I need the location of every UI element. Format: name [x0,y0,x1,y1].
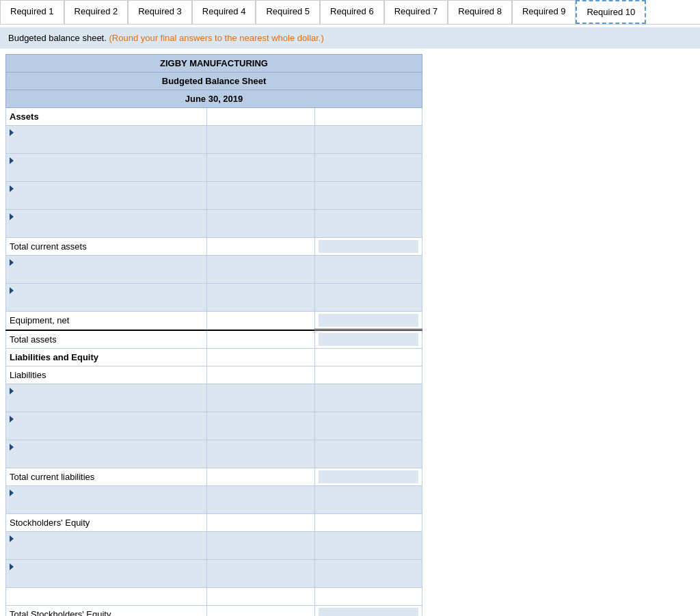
table-title: Budgeted Balance Sheet [6,72,422,90]
asset-label-1[interactable] [10,138,203,151]
longterm-liability-total[interactable] [319,494,418,507]
tab-required-5[interactable]: Required 5 [256,0,320,24]
tabs-container: Required 1 Required 2 Required 3 Require… [0,0,700,25]
stockholders-equity-label: Stockholders' Equity [6,514,207,532]
liability-label-2[interactable] [10,425,203,438]
equity-row-3 [6,588,422,606]
equipment-net-value[interactable] [319,314,418,327]
arrow-icon-7 [10,388,14,394]
total-current-assets-value[interactable] [319,240,418,253]
equity-amount-1[interactable] [211,539,310,552]
arrow-icon-10 [10,490,14,496]
total-current-liabilities-row: Total current liabilities [6,468,422,486]
arrow-icon-3 [10,185,14,192]
total-current-assets-row: Total current assets [6,238,422,256]
noncurrent-asset-amount-1[interactable] [211,263,310,276]
liabilities-equity-section: Liabilities and Equity [6,349,422,366]
instruction-bar: Budgeted balance sheet. (Round your fina… [0,27,700,49]
asset-label-3[interactable] [10,194,203,207]
noncurrent-asset-amount-2[interactable] [211,291,310,304]
noncurrent-asset-label-1[interactable] [10,268,203,281]
stockholders-equity-section: Stockholders' Equity [6,514,422,532]
noncurrent-asset-label-2[interactable] [10,296,203,309]
asset-row-1 [6,126,422,154]
equity-label-2[interactable] [10,572,203,585]
arrow-icon-11 [10,535,14,542]
liability-amount-3[interactable] [211,448,310,461]
liability-row-3 [6,440,422,468]
arrow-icon-12 [10,563,14,570]
asset-amount-2[interactable] [211,161,310,174]
liabilities-section: Liabilities [6,366,422,384]
instruction-note: (Round your final answers to the nearest… [109,33,323,43]
balance-sheet-table: ZIGBY MANUFACTURING Budgeted Balance She… [5,54,422,616]
tab-required-6[interactable]: Required 6 [320,0,384,24]
arrow-icon-5 [10,259,14,266]
longterm-liability-row [6,486,422,514]
longterm-liability-amount[interactable] [211,494,310,507]
liability-label-3[interactable] [10,453,203,466]
equity-row-2 [6,560,422,588]
asset-amount-1[interactable] [211,133,310,146]
total-current-liabilities-label: Total current liabilities [6,468,207,486]
company-name: ZIGBY MANUFACTURING [6,55,422,72]
arrow-icon-2 [10,157,14,164]
arrow-icon-4 [10,213,14,220]
table-date: June 30, 2019 [6,90,422,108]
asset-row-2 [6,154,422,182]
assets-amount-header [207,108,314,126]
arrow-icon-1 [10,129,14,136]
noncurrent-asset-row-1 [6,256,422,284]
total-assets-row: Total assets [6,330,422,349]
total-stockholders-equity-value[interactable] [319,608,418,616]
tab-required-9[interactable]: Required 9 [512,0,576,24]
total-stockholders-equity-row: Total Stockholders' Equity [6,606,422,617]
equity-label-1[interactable] [10,544,203,557]
tab-required-10[interactable]: Required 10 [576,0,646,24]
liability-row-2 [6,412,422,440]
liability-row-1 [6,384,422,412]
liabilities-equity-label: Liabilities and Equity [6,349,207,366]
tab-required-1[interactable]: Required 1 [0,0,64,24]
arrow-icon-6 [10,287,14,294]
asset-label-4[interactable] [10,222,203,235]
arrow-icon-8 [10,416,14,423]
equipment-net-label: Equipment, net [6,312,207,330]
equity-amount-2[interactable] [211,567,310,580]
total-current-liabilities-value[interactable] [319,470,418,483]
tab-required-2[interactable]: Required 2 [64,0,129,24]
liability-label-1[interactable] [10,397,203,410]
total-stockholders-equity-label: Total Stockholders' Equity [6,606,207,617]
asset-amount-4[interactable] [211,217,310,230]
total-assets-label: Total assets [6,330,207,349]
assets-label: Assets [6,108,207,126]
liability-amount-1[interactable] [211,392,310,405]
longterm-liability-label[interactable] [10,498,203,511]
liabilities-label: Liabilities [6,366,207,384]
liability-amount-2[interactable] [211,420,310,433]
total-current-assets-label: Total current assets [6,238,207,256]
asset-amount-3[interactable] [211,189,310,202]
assets-total-header [314,108,422,126]
noncurrent-asset-row-2 [6,284,422,312]
asset-row-3 [6,182,422,210]
tab-required-7[interactable]: Required 7 [384,0,448,24]
asset-row-4 [6,210,422,238]
asset-label-2[interactable] [10,166,203,179]
tab-required-8[interactable]: Required 8 [448,0,512,24]
equipment-net-row: Equipment, net [6,312,422,330]
equity-row-1 [6,532,422,560]
tab-required-4[interactable]: Required 4 [192,0,256,24]
instruction-prefix: Budgeted balance sheet. [8,33,107,43]
arrow-icon-9 [10,444,14,451]
total-assets-value[interactable] [319,333,418,346]
tab-required-3[interactable]: Required 3 [128,0,192,24]
